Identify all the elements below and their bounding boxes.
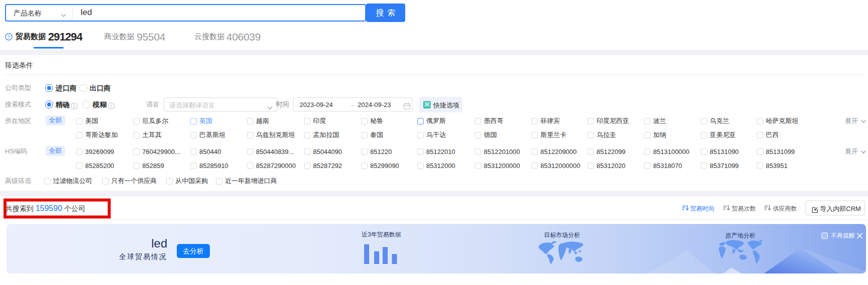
svg-text:?: ? [8, 34, 10, 40]
